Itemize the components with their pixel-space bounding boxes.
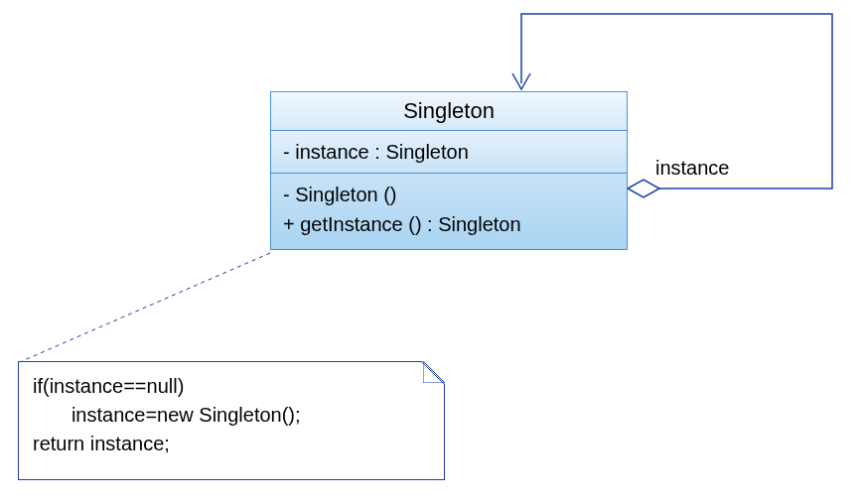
uml-class-singleton: Singleton - instance : Singleton - Singl…: [270, 91, 628, 250]
operation-text: getInstance () : Singleton: [300, 213, 520, 235]
visibility-marker: +: [283, 213, 295, 235]
svg-marker-0: [628, 180, 659, 197]
attribute-text: instance : Singleton: [295, 141, 469, 163]
note-corner-icon: [423, 361, 445, 383]
note-anchor-line: [22, 253, 270, 361]
operation-row: + getInstance () : Singleton: [283, 209, 615, 239]
attribute-row: - instance : Singleton: [283, 137, 615, 167]
operation-text: Singleton (): [295, 184, 396, 205]
operation-row: - Singleton (): [283, 180, 615, 209]
uml-note: if(instance==null) instance=new Singleto…: [18, 361, 445, 480]
note-line: instance=new Singleton();: [33, 401, 430, 430]
visibility-marker: -: [283, 141, 290, 163]
class-name: Singleton: [271, 92, 627, 131]
note-line: if(instance==null): [33, 372, 430, 401]
visibility-marker: -: [283, 184, 290, 205]
class-attributes: - instance : Singleton: [271, 131, 627, 174]
class-operations: - Singleton () + getInstance () : Single…: [271, 174, 627, 249]
note-line: return instance;: [33, 430, 430, 458]
association-role-label: instance: [655, 157, 730, 180]
